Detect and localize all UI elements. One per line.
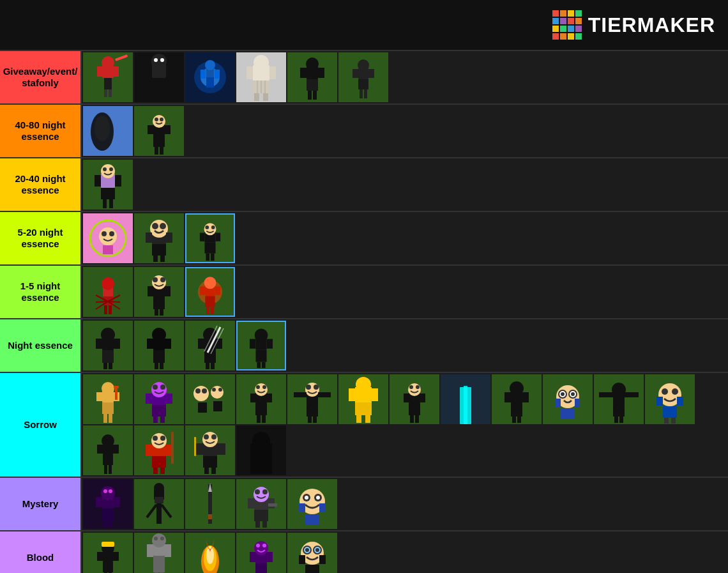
- svg-point-275: [102, 434, 114, 447]
- tier-row-5-20: 5-20 night essence: [0, 212, 728, 266]
- list-item: [185, 213, 235, 263]
- svg-rect-44: [308, 91, 312, 100]
- svg-point-343: [305, 496, 308, 500]
- tier-row-20-40: 20-40 night essence: [0, 158, 728, 212]
- svg-rect-6: [109, 89, 112, 97]
- svg-rect-121: [148, 286, 153, 296]
- svg-rect-185: [146, 393, 152, 404]
- list-item: [134, 52, 184, 102]
- list-item: [594, 374, 644, 424]
- svg-rect-377: [255, 563, 267, 573]
- svg-rect-168: [262, 362, 266, 368]
- svg-point-258: [612, 383, 626, 397]
- svg-rect-313: [103, 521, 107, 528]
- svg-rect-287: [146, 445, 152, 456]
- svg-rect-177: [115, 387, 118, 400]
- svg-rect-123: [155, 309, 158, 316]
- svg-rect-41: [307, 79, 318, 91]
- list-item: [134, 479, 184, 529]
- svg-rect-63: [148, 125, 153, 134]
- svg-point-332: [262, 489, 268, 494]
- svg-point-295: [204, 434, 209, 439]
- svg-rect-347: [319, 503, 326, 512]
- svg-rect-306: [250, 461, 272, 474]
- svg-rect-389: [299, 555, 305, 564]
- svg-rect-31: [246, 66, 253, 79]
- svg-rect-259: [613, 405, 625, 416]
- list-item: [83, 106, 133, 156]
- svg-rect-243: [504, 392, 511, 402]
- svg-rect-167: [257, 362, 261, 368]
- list-item: [185, 425, 235, 475]
- list-item: [83, 533, 133, 573]
- svg-rect-207: [262, 415, 266, 423]
- svg-rect-25: [215, 70, 220, 79]
- svg-rect-311: [96, 497, 102, 507]
- svg-point-72: [101, 164, 115, 178]
- svg-point-12: [154, 58, 158, 62]
- svg-rect-154: [198, 339, 204, 349]
- svg-point-26: [205, 60, 215, 70]
- svg-rect-206: [257, 415, 261, 423]
- svg-rect-148: [155, 363, 158, 369]
- svg-point-7: [102, 56, 114, 69]
- svg-rect-101: [206, 254, 209, 261]
- svg-point-181: [151, 382, 167, 397]
- svg-rect-346: [299, 503, 305, 512]
- svg-rect-299: [217, 443, 225, 455]
- svg-point-230: [416, 385, 420, 389]
- svg-rect-52: [360, 89, 363, 98]
- list-item: [287, 52, 337, 102]
- svg-rect-290: [160, 468, 165, 474]
- svg-rect-139: [114, 339, 120, 349]
- svg-rect-289: [153, 468, 158, 474]
- svg-point-285: [160, 436, 165, 441]
- svg-rect-361: [147, 544, 153, 557]
- svg-rect-279: [104, 465, 107, 474]
- tier-label-sorrow: Sorrow: [0, 373, 82, 477]
- svg-point-79: [99, 227, 117, 245]
- svg-point-80: [102, 231, 107, 236]
- svg-rect-16: [165, 79, 171, 88]
- svg-point-267: [672, 388, 678, 395]
- svg-point-331: [255, 489, 260, 494]
- svg-rect-18: [160, 91, 164, 100]
- svg-point-266: [662, 388, 668, 395]
- svg-rect-90: [166, 233, 172, 243]
- svg-point-305: [252, 432, 270, 450]
- svg-rect-5: [104, 89, 107, 97]
- svg-rect-302: [194, 437, 196, 456]
- svg-rect-242: [511, 404, 522, 416]
- list-item: [236, 374, 286, 424]
- tier-items-giveaway: [82, 51, 728, 103]
- svg-rect-213: [307, 405, 318, 416]
- list-item: [645, 374, 695, 424]
- svg-point-376: [262, 544, 266, 547]
- svg-rect-70: [95, 175, 101, 187]
- svg-rect-2: [104, 78, 112, 89]
- svg-rect-321: [155, 497, 163, 503]
- svg-point-202: [262, 385, 266, 389]
- svg-rect-89: [146, 233, 152, 243]
- svg-rect-254: [556, 399, 561, 408]
- svg-rect-113: [104, 305, 107, 314]
- list-item: [287, 374, 337, 424]
- svg-rect-197: [213, 401, 222, 411]
- svg-rect-327: [208, 514, 212, 519]
- svg-point-118: [153, 277, 158, 282]
- svg-point-11: [151, 54, 167, 69]
- svg-rect-333: [254, 510, 268, 521]
- list-item: [390, 374, 439, 424]
- svg-rect-120: [153, 298, 165, 309]
- svg-point-191: [195, 388, 201, 393]
- svg-rect-338: [268, 503, 277, 507]
- svg-rect-42: [300, 68, 307, 78]
- svg-rect-76: [109, 199, 113, 208]
- tier-label-mystery: Mystery: [0, 478, 82, 530]
- svg-point-56: [95, 116, 110, 141]
- list-item: [134, 213, 184, 263]
- list-item: [134, 106, 184, 156]
- svg-point-210: [305, 383, 319, 397]
- list-item: [338, 374, 388, 424]
- svg-rect-352: [103, 562, 113, 572]
